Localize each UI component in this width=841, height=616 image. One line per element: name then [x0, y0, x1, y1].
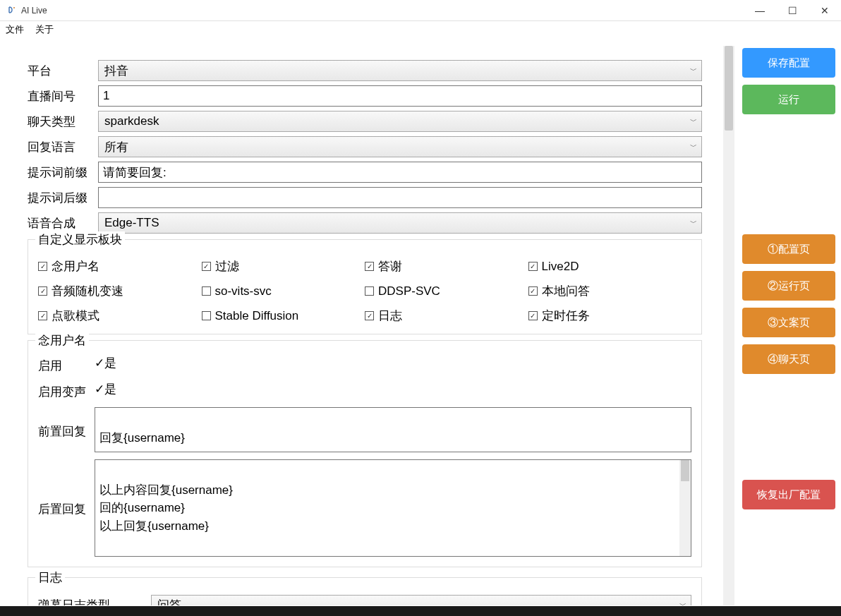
main-scroll-pane: 平台 抖音 ﹀ 直播间号 聊天类型 sparkdesk: [6, 45, 735, 606]
platform-label: 平台: [28, 63, 98, 79]
room-input[interactable]: [98, 85, 702, 107]
chevron-down-icon: ﹀: [690, 66, 697, 76]
checkbox-item[interactable]: ✓过滤: [202, 258, 365, 274]
menu-file[interactable]: 文件: [6, 23, 24, 36]
checkbox-label: 音频随机变速: [52, 283, 123, 299]
enable-label: 启用: [38, 355, 95, 374]
window-title: AI Live: [21, 6, 47, 16]
chevron-down-icon: ﹀: [679, 600, 686, 606]
checkbox-label: Stable Diffusion: [215, 309, 299, 323]
tts-select[interactable]: Edge-TTS ﹀: [98, 212, 702, 234]
prompt-prefix-label: 提示词前缀: [28, 164, 98, 181]
checkbox-label: 过滤: [215, 258, 239, 274]
enable-checkbox[interactable]: ✓: [95, 356, 104, 370]
right-panel: 保存配置 运行 ①配置页 ②运行页 ③文案页 ④聊天页 恢复出厂配置: [742, 45, 835, 606]
run-button[interactable]: 运行: [742, 85, 835, 114]
post-reply-label: 后置回复: [38, 498, 95, 517]
checkbox-label: Live2D: [542, 260, 579, 274]
close-button[interactable]: ✕: [809, 0, 841, 21]
checkbox-item[interactable]: ✓日志: [365, 308, 528, 324]
chevron-down-icon: ﹀: [690, 218, 697, 228]
textarea-scrollbar[interactable]: [679, 460, 691, 556]
checkbox-icon[interactable]: ✓: [38, 262, 47, 271]
pre-reply-textarea[interactable]: 回复{username}: [95, 407, 691, 452]
checkbox-item[interactable]: ✓Live2D: [528, 258, 692, 274]
prompt-prefix-input[interactable]: [98, 162, 702, 183]
checkbox-item[interactable]: ✓点歌模式: [38, 308, 202, 324]
checkbox-item[interactable]: ✓音频随机变速: [38, 283, 202, 299]
tts-value: Edge-TTS: [104, 216, 159, 230]
chat-type-label: 聊天类型: [28, 114, 98, 130]
checkbox-label: 点歌模式: [52, 308, 99, 324]
reply-lang-select[interactable]: 所有 ﹀: [98, 136, 702, 157]
checkbox-icon[interactable]: ✓: [38, 311, 47, 320]
danmu-type-value: 问答: [157, 597, 181, 605]
checkbox-icon[interactable]: [365, 286, 374, 296]
checkbox-item[interactable]: ✓答谢: [365, 258, 528, 274]
reply-lang-value: 所有: [104, 139, 128, 155]
custom-display-title: 自定义显示板块: [35, 231, 125, 248]
username-group: 念用户名 启用 ✓ 是 启用变声 ✓ 是 前置回复: [28, 340, 702, 567]
danmu-type-select[interactable]: 问答 ﹀: [151, 595, 691, 606]
enable-yes: 是: [104, 355, 116, 371]
chat-type-value: sparkdesk: [104, 114, 159, 128]
room-label: 直播间号: [28, 88, 98, 104]
checkbox-icon[interactable]: ✓: [528, 311, 538, 320]
maximize-button[interactable]: ☐: [776, 0, 809, 21]
reply-lang-label: 回复语言: [28, 139, 98, 155]
log-group-title: 日志: [35, 569, 65, 586]
checkbox-icon[interactable]: ✓: [528, 262, 538, 271]
platform-select[interactable]: 抖音 ﹀: [98, 60, 702, 81]
taskbar: [0, 606, 841, 616]
checkbox-icon[interactable]: [202, 311, 211, 320]
checkbox-label: 日志: [378, 308, 402, 324]
reset-button[interactable]: 恢复出厂配置: [742, 480, 835, 509]
checkbox-icon[interactable]: ✓: [365, 262, 374, 271]
scrollbar-thumb[interactable]: [725, 46, 733, 131]
checkbox-item[interactable]: Stable Diffusion: [202, 308, 365, 324]
page4-button[interactable]: ④聊天页: [742, 344, 835, 374]
window-controls: — ☐ ✕: [744, 0, 841, 21]
checkbox-label: 念用户名: [52, 258, 99, 274]
pre-reply-label: 前置回复: [38, 421, 95, 440]
chevron-down-icon: ﹀: [690, 116, 697, 126]
checkbox-icon[interactable]: ✓: [365, 311, 374, 320]
checkbox-item[interactable]: so-vits-svc: [202, 283, 365, 299]
danmu-type-label: 弹幕日志类型: [38, 597, 151, 605]
page2-button[interactable]: ②运行页: [742, 271, 835, 301]
prompt-suffix-input[interactable]: [98, 187, 702, 208]
voice-change-checkbox[interactable]: ✓: [95, 382, 104, 397]
checkbox-label: so-vits-svc: [215, 284, 272, 298]
checkbox-icon[interactable]: [202, 286, 211, 296]
checkbox-icon[interactable]: ✓: [202, 262, 211, 271]
checkbox-item[interactable]: DDSP-SVC: [365, 283, 528, 299]
minimize-button[interactable]: —: [744, 0, 776, 21]
checkbox-label: DDSP-SVC: [378, 284, 440, 298]
checkbox-icon[interactable]: ✓: [38, 286, 47, 296]
checkbox-item[interactable]: ✓本地问答: [528, 283, 692, 299]
checkbox-label: 本地问答: [542, 283, 590, 299]
checkbox-item[interactable]: ✓念用户名: [38, 258, 202, 274]
menu-about[interactable]: 关于: [35, 23, 54, 36]
checkbox-item[interactable]: ✓定时任务: [528, 308, 692, 324]
vertical-scrollbar[interactable]: [723, 46, 734, 605]
username-group-title: 念用户名: [35, 332, 89, 349]
pre-reply-value: 回复{username}: [99, 431, 185, 445]
menu-bar: 文件 关于: [0, 21, 841, 38]
chat-type-select[interactable]: sparkdesk ﹀: [98, 111, 702, 132]
post-reply-textarea[interactable]: 以上内容回复{username} 回的{username} 以上回复{usern…: [95, 459, 691, 557]
post-reply-value: 以上内容回复{username} 回的{username} 以上回复{usern…: [99, 483, 233, 533]
title-bar: AI Live: [0, 0, 841, 21]
svg-point-0: [13, 7, 15, 8]
checkbox-icon[interactable]: ✓: [528, 286, 538, 296]
platform-value: 抖音: [104, 63, 128, 79]
checkbox-label: 答谢: [378, 258, 402, 274]
log-group: 日志 弹幕日志类型 问答 ﹀: [28, 577, 702, 606]
tts-label: 语音合成: [28, 215, 98, 231]
checkbox-label: 定时任务: [542, 308, 590, 324]
page3-button[interactable]: ③文案页: [742, 308, 835, 337]
prompt-suffix-label: 提示词后缀: [28, 190, 98, 206]
save-button[interactable]: 保存配置: [742, 48, 835, 78]
custom-display-group: 自定义显示板块 ✓念用户名✓过滤✓答谢✓Live2D✓音频随机变速so-vits…: [28, 239, 702, 334]
page1-button[interactable]: ①配置页: [742, 234, 835, 264]
